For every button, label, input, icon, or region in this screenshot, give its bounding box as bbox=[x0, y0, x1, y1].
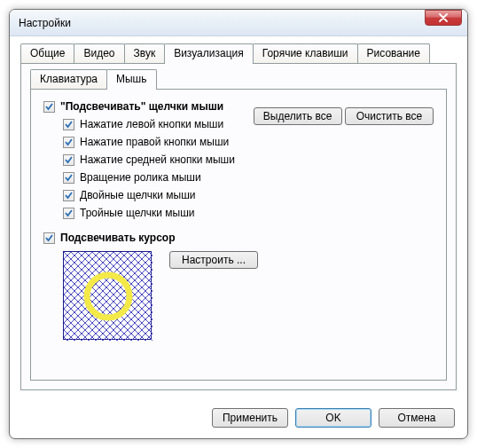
subtab-mouse[interactable]: Мышь bbox=[106, 69, 157, 90]
check-icon bbox=[64, 191, 74, 200]
checkbox-right-click[interactable] bbox=[63, 137, 74, 148]
tab-general[interactable]: Общие bbox=[20, 43, 74, 63]
check-icon bbox=[64, 138, 74, 147]
main-tabs: Общие Видео Звук Визуализация Горячие кл… bbox=[20, 43, 457, 63]
row-triple-click: Тройные щелчки мыши bbox=[63, 207, 434, 219]
ok-button[interactable]: OK bbox=[295, 408, 371, 428]
svg-rect-0 bbox=[64, 252, 152, 341]
row-right-click: Нажатие правой кнопки мыши bbox=[63, 136, 434, 148]
cancel-button[interactable]: Отмена bbox=[379, 408, 455, 428]
hatch-pattern-icon bbox=[64, 252, 152, 341]
checkbox-highlight-cursor[interactable] bbox=[43, 232, 55, 244]
row-middle-click: Нажатие средней кнопки мыши bbox=[63, 153, 434, 166]
tab-sound[interactable]: Звук bbox=[124, 43, 166, 63]
select-all-button[interactable]: Выделить все bbox=[254, 107, 342, 125]
tab-hotkeys[interactable]: Горячие клавиши bbox=[253, 43, 358, 63]
apply-button[interactable]: Применить bbox=[212, 408, 288, 428]
checkbox-highlight-clicks[interactable] bbox=[43, 101, 55, 113]
checkbox-triple-click[interactable] bbox=[63, 208, 74, 219]
cursor-preview-row: Настроить ... bbox=[63, 251, 434, 340]
check-icon bbox=[64, 173, 74, 183]
check-icon bbox=[64, 155, 74, 165]
settings-window: Настройки Общие Видео Звук Визуализация … bbox=[9, 9, 468, 439]
subtab-keyboard[interactable]: Клавиатура bbox=[30, 69, 107, 89]
visualization-panel: Клавиатура Мышь Выделить все Очистить вс… bbox=[20, 63, 457, 390]
label-right-click: Нажатие правой кнопки мыши bbox=[80, 136, 229, 148]
close-button[interactable] bbox=[425, 10, 462, 26]
cursor-preview bbox=[63, 251, 152, 340]
titlebar: Настройки bbox=[10, 10, 467, 36]
tab-visualization[interactable]: Визуализация bbox=[164, 43, 254, 64]
label-highlight-cursor: Подсвечивать курсор bbox=[60, 232, 176, 244]
check-icon bbox=[64, 208, 74, 218]
row-wheel: Вращение ролика мыши bbox=[63, 171, 434, 184]
checkbox-middle-click[interactable] bbox=[63, 154, 74, 166]
row-highlight-cursor: Подсвечивать курсор bbox=[43, 232, 434, 244]
client-area: Общие Видео Звук Визуализация Горячие кл… bbox=[10, 36, 467, 399]
row-double-click: Двойные щелчки мыши bbox=[63, 189, 434, 201]
check-icon bbox=[44, 102, 54, 112]
configure-button[interactable]: Настроить ... bbox=[169, 251, 258, 269]
label-left-click: Нажатие левой кнопки мыши bbox=[80, 118, 223, 130]
label-triple-click: Тройные щелчки мыши bbox=[80, 207, 194, 219]
checkbox-double-click[interactable] bbox=[63, 190, 74, 201]
cursor-section: Подсвечивать курсор bbox=[43, 232, 434, 340]
label-highlight-clicks: "Подсвечивать" щелчки мыши bbox=[60, 100, 223, 113]
side-buttons: Выделить все Очистить все bbox=[254, 107, 434, 132]
tab-video[interactable]: Видео bbox=[74, 43, 124, 63]
check-icon bbox=[64, 120, 74, 130]
tab-drawing[interactable]: Рисование bbox=[357, 43, 430, 63]
clear-all-button[interactable]: Очистить все bbox=[345, 107, 434, 125]
window-title: Настройки bbox=[19, 17, 462, 29]
dialog-footer: Применить OK Отмена bbox=[10, 399, 467, 438]
check-icon bbox=[44, 233, 54, 243]
close-icon bbox=[438, 13, 449, 22]
checkbox-wheel[interactable] bbox=[63, 172, 74, 184]
label-middle-click: Нажатие средней кнопки мыши bbox=[80, 153, 235, 166]
sub-tabs: Клавиатура Мышь bbox=[30, 69, 447, 89]
label-double-click: Двойные щелчки мыши bbox=[80, 189, 196, 201]
mouse-panel: Выделить все Очистить все "Подсвечивать"… bbox=[30, 89, 447, 381]
label-wheel: Вращение ролика мыши bbox=[80, 171, 201, 184]
checkbox-left-click[interactable] bbox=[63, 119, 74, 130]
